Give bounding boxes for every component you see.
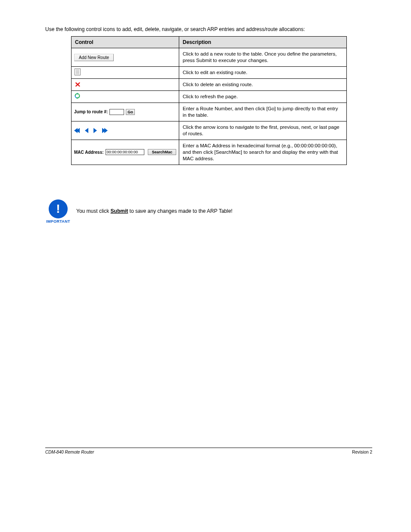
jump-label: Jump to route #: xyxy=(74,109,108,114)
next-page-icon[interactable] xyxy=(93,128,97,133)
important-icon: ! xyxy=(49,199,68,218)
intro-text: Use the following control icons to add, … xyxy=(45,26,372,33)
desc-cell: Enter a MAC Address in hexadecimal forma… xyxy=(179,140,347,165)
table-row: Add New Route Click to add a new route t… xyxy=(72,48,347,67)
desc-cell: Click the arrow icons to navigate to the… xyxy=(179,121,347,140)
table-row: Jump to route #: Go Enter a Route Number… xyxy=(72,103,347,121)
important-label: IMPORTANT xyxy=(45,219,71,224)
prev-page-icon[interactable] xyxy=(85,128,88,133)
col-header-control: Control xyxy=(72,37,179,48)
desc-cell: Click to add a new route to the table. O… xyxy=(179,48,347,67)
desc-cell: Click to refresh the page. xyxy=(179,91,347,103)
important-callout: ! IMPORTANT You must click Submit to sav… xyxy=(45,199,372,224)
controls-table: Control Description Add New Route Click … xyxy=(71,36,347,165)
page-footer: CDM-840 Remote Router Revision 2 xyxy=(45,448,372,454)
add-new-route-button[interactable]: Add New Route xyxy=(74,54,114,61)
table-row: Click to edit an existing route. xyxy=(72,67,347,79)
col-header-description: Description xyxy=(179,37,347,48)
jump-input[interactable] xyxy=(109,109,124,115)
desc-cell: Click to delete an existing route. xyxy=(179,79,347,91)
table-row: Click to refresh the page. xyxy=(72,91,347,103)
footer-right: Revision 2 xyxy=(352,450,372,454)
search-mac-button[interactable]: SearchMac xyxy=(148,149,176,155)
footer-left: CDM-840 Remote Router xyxy=(45,450,94,454)
table-row: ✕ Click to delete an existing route. xyxy=(72,79,347,91)
edit-icon[interactable] xyxy=(74,68,81,75)
refresh-icon[interactable] xyxy=(74,93,81,99)
desc-cell: Click to edit an existing route. xyxy=(179,67,347,79)
delete-icon[interactable]: ✕ xyxy=(74,81,81,88)
mac-label: MAC Address: xyxy=(74,150,104,155)
desc-cell: Enter a Route Number, and then click [Go… xyxy=(179,103,347,121)
mac-address-input[interactable] xyxy=(106,149,144,155)
table-row: MAC Address: SearchMac Enter a MAC Addre… xyxy=(72,140,347,165)
first-page-icon[interactable] xyxy=(74,128,80,133)
go-button[interactable]: Go xyxy=(126,109,135,115)
last-page-icon[interactable] xyxy=(102,128,108,133)
table-row: Click the arrow icons to navigate to the… xyxy=(72,121,347,140)
important-text: You must click Submit to save any change… xyxy=(76,208,372,214)
